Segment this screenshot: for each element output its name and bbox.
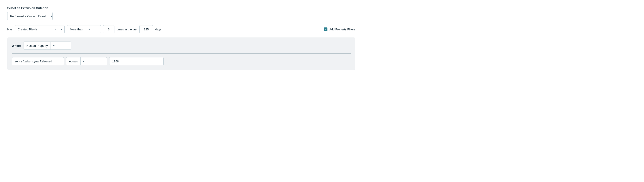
where-section: Where Nested Property ▾ equals ▾ xyxy=(7,38,355,70)
criterion-dropdown-label: Performed a Custom Event xyxy=(8,15,48,18)
event-chevron-icon: ▾ xyxy=(58,28,64,31)
event-clear-button[interactable]: × xyxy=(53,28,58,31)
event-dropdown[interactable]: Created Playlist × ▾ xyxy=(15,25,64,33)
equals-chevron-icon: ▾ xyxy=(81,59,87,63)
days-label: days. xyxy=(155,28,162,31)
filter-value-input[interactable] xyxy=(109,57,164,65)
times-in-the-last-label: times in the last xyxy=(117,28,137,31)
equals-dropdown-label: equals xyxy=(66,60,80,63)
has-row: Has Created Playlist × ▾ More than ▾ tim… xyxy=(7,25,355,33)
frequency-chevron-icon: ▾ xyxy=(86,28,92,31)
add-property-label[interactable]: Add Property Filters xyxy=(329,28,355,31)
nested-chevron-icon: ▾ xyxy=(51,44,57,47)
frequency-dropdown-label: More than xyxy=(67,28,86,31)
frequency-dropdown[interactable]: More than ▾ xyxy=(67,25,101,33)
filter-row: equals ▾ xyxy=(12,57,351,65)
times-input[interactable] xyxy=(103,25,114,33)
property-path-input[interactable] xyxy=(12,57,64,65)
criterion-dropdown[interactable]: Performed a Custom Event ▾ xyxy=(7,12,52,20)
section-label: Select an Extension Criterion xyxy=(7,6,355,10)
criterion-chevron-icon: ▾ xyxy=(48,14,54,18)
where-row: Where Nested Property ▾ xyxy=(12,42,351,50)
criterion-select-wrapper: Performed a Custom Event ▾ xyxy=(7,12,355,20)
equals-dropdown[interactable]: equals ▾ xyxy=(66,57,107,65)
where-divider xyxy=(12,53,351,54)
page-container: Select an Extension Criterion Performed … xyxy=(0,0,362,76)
add-property-wrapper: ✓ Add Property Filters xyxy=(324,28,355,31)
has-label: Has xyxy=(7,28,12,31)
nested-property-dropdown[interactable]: Nested Property ▾ xyxy=(24,42,71,50)
days-input[interactable] xyxy=(139,25,153,33)
where-label: Where xyxy=(12,44,21,47)
nested-property-label: Nested Property xyxy=(24,44,50,47)
checkmark-icon: ✓ xyxy=(325,28,327,31)
event-dropdown-label: Created Playlist xyxy=(15,28,53,31)
add-property-checkbox[interactable]: ✓ xyxy=(324,28,328,31)
